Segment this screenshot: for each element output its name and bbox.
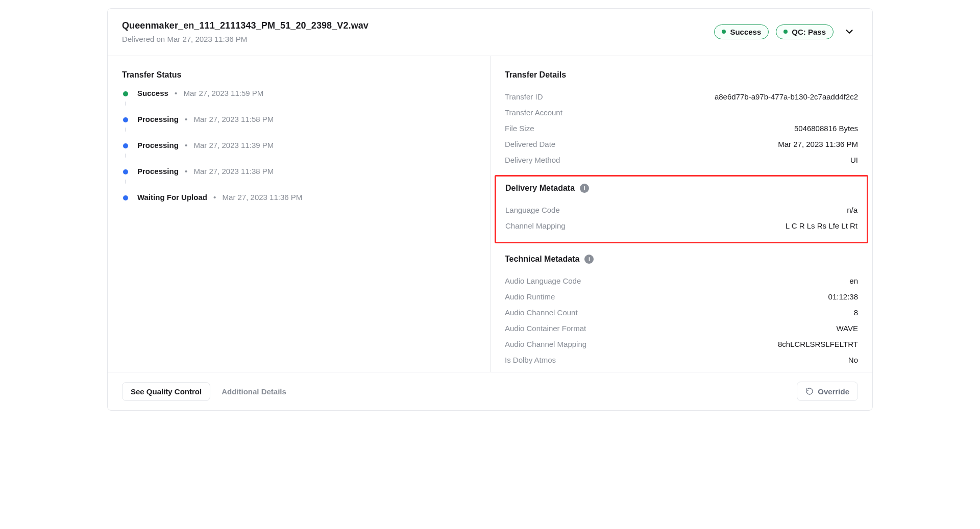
header-left: Queenmaker_en_111_2111343_PM_51_20_2398_…	[122, 20, 369, 43]
delivery-metadata-list: Language Coden/a Channel MappingL C R Ls…	[505, 202, 857, 234]
kv-key: Language Code	[505, 206, 560, 214]
kv-key: File Size	[505, 124, 534, 133]
technical-metadata-title-text: Technical Metadata	[505, 255, 579, 264]
kv-value: No	[848, 356, 858, 364]
transfer-status-title: Transfer Status	[122, 70, 476, 80]
delivery-metadata-title-text: Delivery Metadata	[505, 184, 575, 193]
timeline-label: Success	[137, 89, 168, 97]
kv-row: File Size5046808816 Bytes	[505, 120, 858, 136]
timeline-dot-icon	[123, 195, 128, 200]
timeline-label: Processing	[137, 141, 179, 149]
info-icon[interactable]: i	[580, 184, 589, 193]
delivery-metadata-title: Delivery Metadata i	[505, 184, 857, 193]
transfer-details-list: Transfer IDa8e6d77b-a97b-477a-b130-2c7aa…	[505, 89, 858, 168]
col-transfer-status: Transfer Status Success • Mar 27, 2023 1…	[108, 56, 490, 372]
kv-value: n/a	[847, 206, 857, 214]
kv-key: Audio Language Code	[505, 276, 581, 285]
kv-value: en	[849, 276, 858, 285]
kv-key: Delivery Method	[505, 156, 560, 164]
transfer-status-timeline: Success • Mar 27, 2023 11:59 PM Processi…	[122, 89, 476, 206]
timeline-dot-icon	[123, 117, 128, 122]
see-quality-control-button[interactable]: See Quality Control	[122, 382, 210, 401]
kv-row: Channel MappingL C R Ls Rs Lfe Lt Rt	[505, 218, 857, 234]
refresh-icon	[805, 387, 814, 395]
card-header: Queenmaker_en_111_2111343_PM_51_20_2398_…	[108, 9, 872, 56]
kv-row: Audio Container FormatWAVE	[505, 320, 858, 336]
override-button[interactable]: Override	[797, 382, 858, 401]
timeline-connector	[125, 180, 126, 184]
status-badge-qc-label: QC: Pass	[792, 28, 826, 36]
kv-key: Transfer Account	[505, 108, 562, 117]
timeline-timestamp: Mar 27, 2023 11:59 PM	[184, 89, 264, 97]
card-body: Transfer Status Success • Mar 27, 2023 1…	[108, 56, 872, 372]
kv-value: 8chLCRLSRSLFELTRT	[778, 340, 858, 348]
kv-row: Audio Language Codeen	[505, 273, 858, 289]
timeline-timestamp: Mar 27, 2023 11:58 PM	[193, 115, 274, 123]
kv-value: a8e6d77b-a97b-477a-b130-2c7aadd4f2c2	[715, 92, 858, 101]
kv-row: Is Dolby AtmosNo	[505, 352, 858, 368]
timeline-dot-icon	[123, 91, 128, 96]
kv-value: L C R Ls Rs Lfe Lt Rt	[786, 221, 857, 230]
technical-metadata-title: Technical Metadata i	[505, 255, 858, 264]
header-right: Success QC: Pass	[714, 23, 858, 40]
kv-row: Delivery MethodUI	[505, 152, 858, 168]
expand-collapse-toggle[interactable]	[841, 23, 858, 40]
status-badge-qc: QC: Pass	[776, 24, 834, 39]
kv-key: Channel Mapping	[505, 221, 566, 230]
timeline-dot-icon	[123, 143, 128, 148]
delivered-on: Delivered on Mar 27, 2023 11:36 PM	[122, 35, 369, 43]
file-title: Queenmaker_en_111_2111343_PM_51_20_2398_…	[122, 20, 369, 32]
kv-row: Transfer Account	[505, 105, 858, 120]
kv-key: Is Dolby Atmos	[505, 356, 556, 364]
timeline-timestamp: Mar 27, 2023 11:38 PM	[193, 167, 274, 175]
timeline-item: Processing • Mar 27, 2023 11:58 PM	[122, 115, 476, 141]
kv-row: Audio Channel Count8	[505, 305, 858, 320]
kv-value: 01:12:38	[828, 292, 858, 301]
kv-row: Audio Channel Mapping8chLCRLSRSLFELTRT	[505, 336, 858, 352]
kv-row: Delivered DateMar 27, 2023 11:36 PM	[505, 136, 858, 152]
delivery-card: Queenmaker_en_111_2111343_PM_51_20_2398_…	[107, 8, 873, 411]
kv-key: Audio Runtime	[505, 292, 555, 301]
timeline-item: Processing • Mar 27, 2023 11:39 PM	[122, 141, 476, 167]
kv-row: Audio Runtime01:12:38	[505, 289, 858, 305]
override-label: Override	[818, 388, 849, 395]
footer-left: See Quality Control Additional Details	[122, 382, 286, 401]
status-badge-success-label: Success	[730, 28, 761, 36]
kv-key: Audio Channel Mapping	[505, 340, 586, 348]
timeline-item: Success • Mar 27, 2023 11:59 PM	[122, 89, 476, 115]
delivery-metadata-highlight: Delivery Metadata i Language Coden/a Cha…	[495, 175, 868, 243]
status-badge-success: Success	[714, 24, 769, 39]
timeline-item: Waiting For Upload • Mar 27, 2023 11:36 …	[122, 193, 476, 206]
timeline-dot-icon	[123, 169, 128, 174]
kv-key: Audio Container Format	[505, 324, 586, 333]
timeline-label: Processing	[137, 115, 179, 123]
status-dot-icon	[783, 30, 788, 34]
timeline-separator: •	[185, 115, 187, 123]
card-footer: See Quality Control Additional Details O…	[108, 372, 872, 410]
additional-details-link[interactable]: Additional Details	[222, 387, 286, 396]
technical-metadata-list: Audio Language Codeen Audio Runtime01:12…	[505, 273, 858, 368]
timeline-separator: •	[175, 89, 177, 97]
kv-value: 5046808816 Bytes	[794, 124, 858, 133]
kv-value: WAVE	[836, 324, 858, 333]
timeline-timestamp: Mar 27, 2023 11:39 PM	[193, 141, 274, 149]
chevron-down-icon	[844, 26, 855, 37]
col-details: Transfer Details Transfer IDa8e6d77b-a97…	[490, 56, 872, 372]
kv-key: Audio Channel Count	[505, 308, 578, 317]
timeline-separator: •	[185, 141, 187, 149]
kv-row: Language Coden/a	[505, 202, 857, 218]
timeline-separator: •	[185, 167, 187, 175]
kv-key: Delivered Date	[505, 140, 555, 148]
timeline-connector	[125, 128, 126, 132]
kv-value: 8	[854, 308, 858, 317]
timeline-separator: •	[213, 193, 216, 201]
timeline-label: Waiting For Upload	[137, 193, 207, 201]
transfer-details-title: Transfer Details	[505, 70, 858, 80]
kv-value: Mar 27, 2023 11:36 PM	[778, 140, 858, 148]
info-icon[interactable]: i	[584, 255, 594, 264]
kv-key: Transfer ID	[505, 92, 543, 101]
timeline-label: Processing	[137, 167, 179, 175]
timeline-connector	[125, 154, 126, 158]
kv-value: UI	[850, 156, 858, 164]
timeline-timestamp: Mar 27, 2023 11:36 PM	[223, 193, 303, 201]
